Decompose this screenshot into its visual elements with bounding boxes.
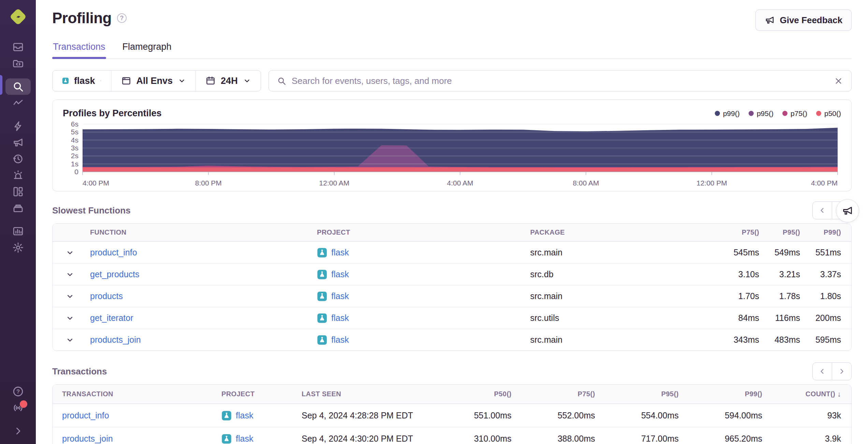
search-icon xyxy=(277,76,286,86)
last-seen-cell: Sep 4, 2024 4:28:28 PM EDT xyxy=(302,404,428,427)
project-link[interactable]: flask xyxy=(331,291,349,301)
metric-cell: 200ms xyxy=(800,307,841,329)
sidebar-item-quickstart[interactable] xyxy=(5,118,31,134)
function-cell: products xyxy=(90,285,317,307)
svg-text:3s: 3s xyxy=(71,144,78,152)
function-link[interactable]: products_join xyxy=(90,335,141,345)
chevron-right-icon xyxy=(12,425,24,437)
issues-icon xyxy=(12,41,24,53)
project-filter[interactable]: flask xyxy=(53,71,111,91)
sidebar-item-dashboards[interactable] xyxy=(5,183,31,200)
project-filter-value: flask xyxy=(74,76,95,86)
package-cell: src.main xyxy=(530,242,715,263)
sidebar-item-help[interactable]: ? xyxy=(5,383,31,400)
megaphone-icon xyxy=(842,205,853,217)
chevron-down-icon xyxy=(66,292,74,301)
legend-item[interactable]: p75() xyxy=(782,109,807,118)
flask-project-icon xyxy=(317,248,327,258)
transactions-title: Transactions xyxy=(52,366,107,377)
sentry-logo[interactable] xyxy=(8,6,29,29)
page-filter-bar: flask All Envs 24H xyxy=(52,70,261,91)
tab-transactions[interactable]: Transactions xyxy=(52,39,106,58)
expand-row-button[interactable] xyxy=(66,292,74,301)
sidebar-item-stats[interactable] xyxy=(5,223,31,239)
svg-text:2s: 2s xyxy=(71,152,78,160)
sidebar-item-settings[interactable] xyxy=(5,239,31,256)
metric-cell: 551ms xyxy=(800,242,841,263)
transactions-pager xyxy=(812,362,852,380)
sidebar-item-issues[interactable] xyxy=(5,39,31,55)
expand-row-button[interactable] xyxy=(66,248,74,257)
svg-text:4:00 AM: 4:00 AM xyxy=(447,179,473,187)
sidebar-item-feedback[interactable] xyxy=(5,134,31,151)
legend-label: p95() xyxy=(757,109,773,118)
tab-flamegraph[interactable]: Flamegraph xyxy=(122,39,172,58)
flask-project-icon xyxy=(221,434,232,444)
slowest-functions-title: Slowest Functions xyxy=(52,205,131,216)
page-help-icon[interactable]: ? xyxy=(117,13,127,23)
project-cell: flask xyxy=(317,242,530,263)
metric-cell: 483ms xyxy=(759,329,800,351)
sidebar-item-projects[interactable] xyxy=(5,55,31,72)
flask-project-icon xyxy=(62,77,69,84)
project-cell: flask xyxy=(317,329,530,351)
search-input[interactable] xyxy=(292,76,828,86)
project-link[interactable]: flask xyxy=(331,335,349,345)
function-cell: get_iterator xyxy=(90,307,317,329)
projects-icon xyxy=(12,58,24,69)
expand-row-button[interactable] xyxy=(66,270,74,279)
chevron-down-icon xyxy=(243,77,251,85)
environment-filter[interactable]: All Envs xyxy=(111,71,196,91)
next-page-button[interactable] xyxy=(832,362,852,380)
project-link[interactable]: flask xyxy=(331,269,349,279)
floating-feedback-button[interactable] xyxy=(836,199,859,222)
clear-search-button[interactable] xyxy=(834,76,843,86)
column-header: PACKAGE xyxy=(530,224,715,241)
legend-item[interactable]: p95() xyxy=(749,109,773,118)
metric-cell: 116ms xyxy=(759,307,800,329)
sidebar-item-releases[interactable] xyxy=(5,200,31,216)
metric-cell: 549ms xyxy=(759,242,800,263)
search-bar xyxy=(269,70,852,91)
sidebar: ? xyxy=(0,0,36,444)
function-cell: products_join xyxy=(90,329,317,351)
function-link[interactable]: product_info xyxy=(90,248,137,257)
sidebar-item-replays[interactable] xyxy=(5,151,31,167)
sidebar-item-explore[interactable] xyxy=(5,78,31,95)
column-header[interactable]: COUNT()↓ xyxy=(762,385,841,403)
megaphone-icon xyxy=(12,137,24,148)
function-link[interactable]: get_iterator xyxy=(90,313,133,323)
chevron-down-icon xyxy=(66,336,74,344)
sidebar-item-performance[interactable] xyxy=(5,95,31,111)
profiles-chart-panel: Profiles by Percentiles p99()p95()p75()p… xyxy=(52,100,852,191)
function-link[interactable]: products xyxy=(90,291,123,301)
project-link[interactable]: flask xyxy=(331,313,349,323)
project-link[interactable]: flask xyxy=(236,434,253,444)
sidebar-item-alerts[interactable] xyxy=(5,167,31,183)
prev-page-button[interactable] xyxy=(812,362,832,380)
transaction-link[interactable]: products_join xyxy=(62,434,113,444)
metric-cell: 3.21s xyxy=(759,264,800,285)
transaction-link[interactable]: product_info xyxy=(62,411,109,420)
sidebar-item-whats-new[interactable] xyxy=(5,400,31,416)
expand-row-button[interactable] xyxy=(66,336,74,344)
column-header: LAST SEEN xyxy=(302,385,428,403)
legend-item[interactable]: p99() xyxy=(715,109,740,118)
expand-row-button[interactable] xyxy=(66,314,74,323)
main-content: Profiling ? Give Feedback Transactions F… xyxy=(36,0,868,444)
column-header: P50() xyxy=(428,385,511,403)
metric-cell: 554.00ms xyxy=(595,404,679,427)
function-link[interactable]: get_products xyxy=(90,269,140,279)
svg-text:6s: 6s xyxy=(71,120,78,128)
date-range-filter[interactable]: 24H xyxy=(196,71,261,91)
metric-cell: 1.80s xyxy=(800,285,841,307)
legend-dot xyxy=(782,111,787,116)
project-link[interactable]: flask xyxy=(236,411,253,420)
prev-page-button[interactable] xyxy=(812,202,832,219)
sidebar-expand-button[interactable] xyxy=(5,423,31,439)
legend-item[interactable]: p50() xyxy=(816,109,841,118)
give-feedback-button[interactable]: Give Feedback xyxy=(755,10,852,31)
project-link[interactable]: flask xyxy=(331,248,349,257)
metric-cell: 310.00ms xyxy=(428,427,511,444)
slowest-functions-table: FUNCTIONPROJECTPACKAGEP75()P95()P99()pro… xyxy=(52,223,852,351)
